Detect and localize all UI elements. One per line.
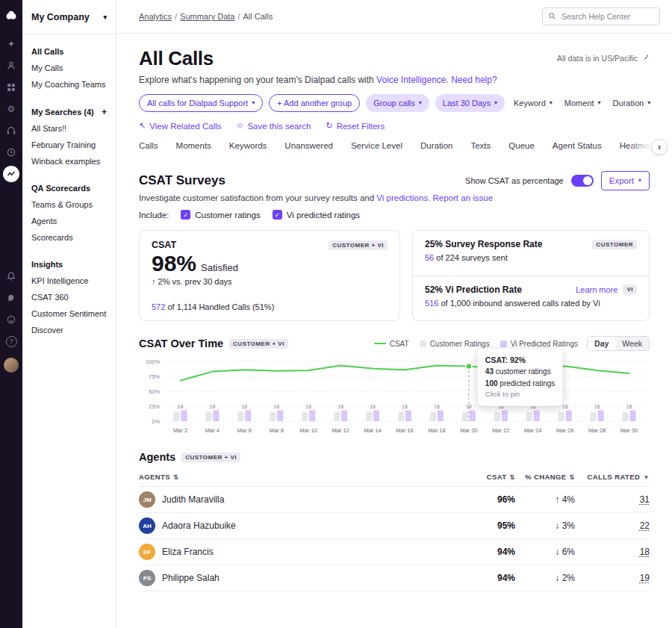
report-issue-link[interactable]: Report an issue — [433, 193, 494, 202]
reset-filters-button[interactable]: ↻Reset Filters — [326, 119, 385, 132]
vi-predicted-bar[interactable] — [630, 411, 636, 421]
vi-rated-link[interactable]: 516 — [425, 299, 438, 308]
agent-calls-rated-link[interactable]: 31 — [640, 494, 650, 505]
tab-texts[interactable]: Texts — [470, 135, 491, 159]
ai-sparkle-icon[interactable]: ✦ — [3, 36, 19, 52]
tabs-scroll-right-button[interactable]: › — [651, 139, 668, 155]
export-button[interactable]: Export ▾ — [601, 171, 650, 190]
vi-predicted-bar[interactable] — [245, 411, 251, 421]
sidebar-item-winback-examples[interactable]: Winback examples — [31, 154, 107, 170]
hover-point[interactable] — [466, 363, 472, 369]
customer-ratings-bar[interactable] — [462, 412, 468, 421]
customer-ratings-bar[interactable] — [398, 412, 404, 421]
user-avatar[interactable] — [4, 358, 19, 373]
customer-ratings-checkbox[interactable]: ✓ Customer ratings — [181, 210, 261, 220]
agent-calls-rated-link[interactable]: 19 — [640, 573, 650, 583]
vi-predicted-bar[interactable] — [213, 411, 219, 421]
surveys-link[interactable]: 56 — [425, 253, 434, 262]
customer-ratings-bar[interactable] — [591, 412, 597, 421]
tab-moments[interactable]: Moments — [176, 135, 211, 159]
column-header-change[interactable]: % CHANGE⇅ — [515, 473, 575, 481]
csat-percentage-toggle[interactable] — [571, 175, 594, 187]
sidebar-item-february-training[interactable]: February Training — [31, 137, 107, 154]
agent-calls-rated-link[interactable]: 22 — [640, 520, 650, 531]
customer-ratings-bar[interactable] — [237, 412, 243, 421]
table-row[interactable]: AHAdaora Hazubuike95%↓ 3%22 — [139, 513, 650, 539]
filter-pill-duration[interactable]: Duration▾ — [610, 94, 654, 112]
range-day-button[interactable]: Day — [588, 337, 615, 350]
sidebar-item-discover[interactable]: Discover — [31, 323, 107, 339]
sidebar-item-customer-sentiment[interactable]: Customer Sentiment — [31, 306, 107, 323]
vi-predicted-bar[interactable] — [341, 411, 347, 421]
csat-over-time-chart[interactable]: 0%25%50%75%100%18Mar 218Mar 418Mar 618Ma… — [139, 357, 650, 441]
tab-agent-status[interactable]: Agent Status — [553, 135, 602, 159]
vi-predicted-bar[interactable] — [277, 411, 283, 421]
sidebar-item-teams-groups[interactable]: Teams & Groups — [31, 197, 107, 214]
customer-ratings-bar[interactable] — [270, 412, 276, 421]
workspaces-icon[interactable] — [3, 79, 19, 96]
company-switcher[interactable]: My Company ▾ — [22, 0, 116, 34]
vi-predicted-ratings-checkbox[interactable]: ✓ Vi predicted ratings — [273, 210, 360, 220]
sidebar-item-all-calls[interactable]: All Calls — [31, 44, 107, 60]
vi-predicted-bar[interactable] — [438, 411, 444, 421]
support-headset-icon[interactable] — [3, 122, 19, 139]
sidebar-item-my-calls[interactable]: My Calls — [31, 60, 107, 77]
customer-ratings-bar[interactable] — [494, 412, 500, 421]
tab-heatmaps[interactable]: Heatmaps — [620, 135, 650, 159]
customer-ratings-bar[interactable] — [302, 412, 308, 421]
filter-pill-keyword[interactable]: Keyword▾ — [511, 94, 556, 112]
sidebar-item-my-coaching-teams[interactable]: My Coaching Teams — [31, 77, 107, 93]
learn-more-link[interactable]: Learn more — [576, 285, 617, 294]
tab-unanswered[interactable]: Unanswered — [284, 135, 333, 159]
chart-canvas[interactable]: 0%25%50%75%100%18Mar 218Mar 418Mar 618Ma… — [139, 357, 650, 441]
pin-icon[interactable] — [641, 53, 650, 63]
vi-predicted-bar[interactable] — [405, 411, 411, 421]
vi-predictions-link[interactable]: Vi predictions. — [376, 193, 430, 202]
sidebar-item-csat-360[interactable]: CSAT 360 — [31, 290, 107, 306]
tab-service-level[interactable]: Service Level — [351, 135, 402, 159]
vi-predicted-bar[interactable] — [181, 411, 187, 421]
chat-bubble-icon[interactable] — [3, 290, 19, 306]
column-header-calls-rated[interactable]: CALLS RATED▼ — [575, 473, 650, 481]
voice-intelligence-link[interactable]: Voice Intelligence. — [376, 75, 449, 85]
customer-ratings-bar[interactable] — [334, 412, 340, 421]
filter-pill-all-calls-for-dialpad-support[interactable]: All calls for Dialpad Support▾ — [139, 94, 263, 112]
vi-predicted-bar[interactable] — [470, 411, 476, 421]
table-row[interactable]: JMJudith Maravilla96%↑ 4%31 — [139, 487, 650, 513]
mood-smiley-icon[interactable] — [3, 311, 19, 328]
table-row[interactable]: EFEliza Francis94%↓ 6%18 — [139, 539, 650, 565]
agent-calls-rated-link[interactable]: 18 — [640, 547, 650, 557]
contacts-icon[interactable] — [3, 57, 19, 74]
filter-pill-last-30-days[interactable]: Last 30 Days▾ — [435, 94, 505, 112]
vi-predicted-bar[interactable] — [534, 411, 540, 421]
vi-predicted-bar[interactable] — [598, 411, 604, 421]
sidebar-item-kpi-intelligence[interactable]: KPI Intelligence — [31, 273, 107, 290]
notifications-bell-icon[interactable] — [3, 268, 19, 285]
need-help-link[interactable]: Need help? — [451, 75, 497, 85]
dialpad-logo[interactable] — [3, 7, 19, 24]
vi-predicted-bar[interactable] — [566, 411, 572, 421]
help-search[interactable] — [542, 7, 660, 25]
customer-ratings-bar[interactable] — [559, 412, 564, 421]
customer-ratings-bar[interactable] — [526, 412, 532, 421]
add-search-button[interactable]: + — [97, 106, 107, 119]
sidebar-item-all-stars[interactable]: All Stars!! — [31, 121, 107, 137]
view-related-calls-button[interactable]: ↖View Related Calls — [139, 119, 222, 132]
help-icon[interactable]: ? — [3, 333, 19, 349]
breadcrumb-analytics[interactable]: Analytics — [139, 12, 172, 21]
vi-predicted-bar[interactable] — [502, 411, 508, 421]
customer-ratings-bar[interactable] — [430, 412, 436, 421]
settings-gear-icon[interactable]: ⚙ — [3, 101, 19, 117]
vi-predicted-bar[interactable] — [373, 411, 379, 421]
vi-predicted-bar[interactable] — [309, 411, 315, 421]
filter-pill-moment[interactable]: Moment▾ — [561, 94, 604, 112]
customer-ratings-bar[interactable] — [173, 412, 179, 421]
breadcrumb-summary-data[interactable]: Summary Data — [180, 12, 234, 21]
customer-ratings-bar[interactable] — [366, 412, 372, 421]
handled-calls-link[interactable]: 572 — [152, 302, 165, 311]
save-this-search-button[interactable]: ☆Save this search — [237, 119, 311, 132]
tab-duration[interactable]: Duration — [420, 135, 452, 159]
tab-calls[interactable]: Calls — [139, 135, 158, 159]
column-header-agents[interactable]: AGENTS⇅ — [139, 473, 433, 481]
sidebar-item-scorecards[interactable]: Scorecards — [31, 230, 107, 246]
